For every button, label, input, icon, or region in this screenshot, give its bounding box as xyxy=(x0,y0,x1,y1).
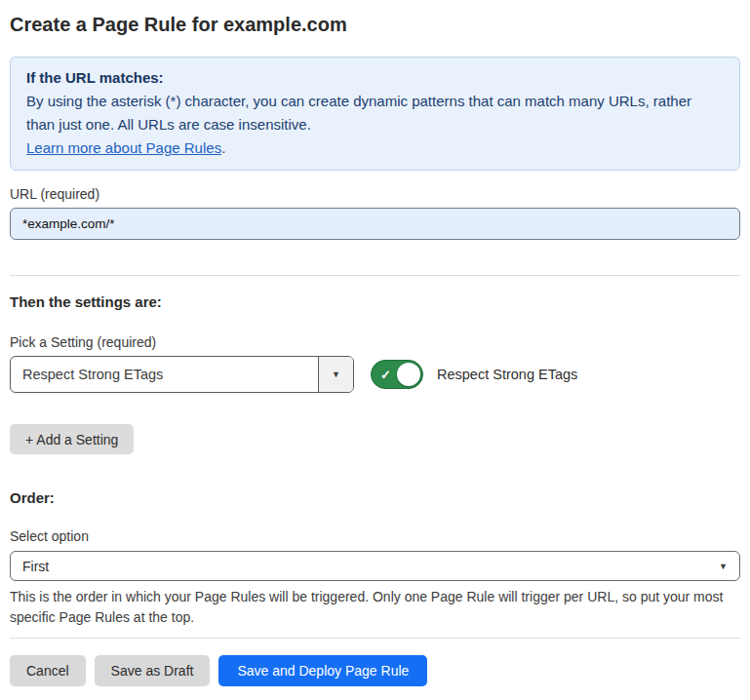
setting-select-value: Respect Strong ETags xyxy=(11,357,318,392)
toggle-label: Respect Strong ETags xyxy=(437,367,577,382)
link-period: . xyxy=(221,139,225,156)
check-icon: ✓ xyxy=(380,369,391,381)
section-divider xyxy=(10,275,740,276)
url-match-info-box: If the URL matches: By using the asteris… xyxy=(10,57,740,171)
info-box-heading: If the URL matches: xyxy=(26,66,724,90)
add-setting-button[interactable]: + Add a Setting xyxy=(10,424,134,454)
order-section-heading: Order: xyxy=(10,489,740,507)
toggle-knob xyxy=(397,363,420,386)
order-select-label: Select option xyxy=(10,528,740,544)
chevron-down-icon[interactable]: ▼ xyxy=(318,357,353,392)
setting-select[interactable]: Respect Strong ETags ▼ xyxy=(10,356,354,393)
footer-divider xyxy=(10,638,740,639)
order-select-value: First xyxy=(22,559,49,574)
learn-more-link[interactable]: Learn more about Page Rules xyxy=(26,139,221,156)
settings-row: Respect Strong ETags ▼ ✓ Respect Strong … xyxy=(10,356,740,393)
url-input[interactable] xyxy=(10,208,740,240)
setting-toggle[interactable]: ✓ xyxy=(371,360,423,389)
info-box-link-line: Learn more about Page Rules. xyxy=(26,136,724,160)
cancel-button[interactable]: Cancel xyxy=(10,655,86,686)
save-draft-button[interactable]: Save as Draft xyxy=(95,655,211,686)
info-box-body: By using the asterisk (*) character, you… xyxy=(26,90,724,136)
page-rule-form: Create a Page Rule for example.com If th… xyxy=(0,12,750,686)
pick-setting-label: Pick a Setting (required) xyxy=(10,334,740,350)
actions-row: Cancel Save as Draft Save and Deploy Pag… xyxy=(10,655,740,686)
settings-section-heading: Then the settings are: xyxy=(10,293,740,311)
page-title: Create a Page Rule for example.com xyxy=(10,12,740,37)
order-help-text: This is the order in which your Page Rul… xyxy=(10,587,736,628)
chevron-down-icon: ▼ xyxy=(719,562,728,571)
url-field-label: URL (required) xyxy=(10,186,740,202)
order-select[interactable]: First ▼ xyxy=(10,551,740,581)
save-deploy-button[interactable]: Save and Deploy Page Rule xyxy=(218,655,427,686)
